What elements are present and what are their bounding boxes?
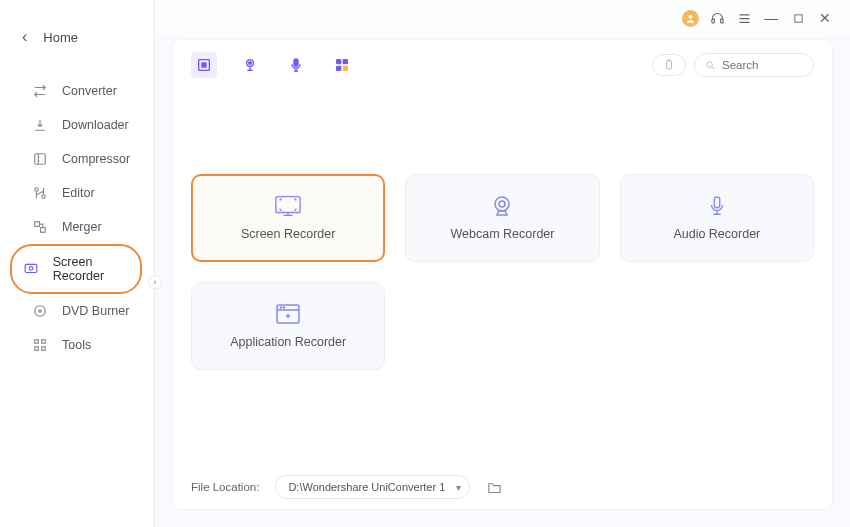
editor-icon xyxy=(32,185,48,201)
sidebar-item-dvd-burner[interactable]: DVD Burner xyxy=(10,294,144,328)
clipboard-button[interactable] xyxy=(652,54,686,76)
compress-icon xyxy=(32,151,48,167)
titlebar: — ✕ xyxy=(155,0,850,36)
sidebar-item-label: Merger xyxy=(62,220,102,234)
file-location-label: File Location: xyxy=(191,481,259,493)
svg-rect-22 xyxy=(336,59,341,64)
nav-list: Converter Downloader Compressor Editor M… xyxy=(0,74,154,362)
sidebar-item-label: Compressor xyxy=(62,152,130,166)
svg-point-33 xyxy=(281,307,282,308)
sidebar-item-label: Screen Recorder xyxy=(53,255,140,283)
svg-rect-25 xyxy=(343,66,348,71)
sidebar: ‹ Home Converter Downloader Compressor E… xyxy=(0,0,155,527)
tools-icon xyxy=(32,337,48,353)
home-label: Home xyxy=(43,30,78,45)
svg-rect-10 xyxy=(42,340,46,344)
recorder-label: Webcam Recorder xyxy=(451,227,555,241)
svg-rect-3 xyxy=(35,222,40,227)
footer: File Location: D:\Wondershare UniConvert… xyxy=(191,467,814,499)
svg-point-8 xyxy=(39,310,41,312)
mode-screen-icon[interactable] xyxy=(191,52,217,78)
close-button[interactable]: ✕ xyxy=(816,9,834,27)
svg-rect-21 xyxy=(294,59,298,66)
svg-rect-26 xyxy=(667,61,672,69)
sidebar-item-label: DVD Burner xyxy=(62,304,129,318)
topbar xyxy=(191,52,814,78)
sidebar-item-label: Converter xyxy=(62,84,117,98)
home-button[interactable]: ‹ Home xyxy=(0,28,154,62)
recorder-card-audio[interactable]: Audio Recorder xyxy=(620,174,814,262)
sidebar-item-downloader[interactable]: Downloader xyxy=(10,108,144,142)
sidebar-item-converter[interactable]: Converter xyxy=(10,74,144,108)
svg-point-27 xyxy=(707,61,713,67)
user-avatar-icon[interactable] xyxy=(682,10,699,27)
svg-point-2 xyxy=(42,195,46,199)
svg-rect-0 xyxy=(35,154,46,165)
file-location-value: D:\Wondershare UniConverter 1 xyxy=(288,481,445,493)
recorder-label: Audio Recorder xyxy=(673,227,760,241)
search-area xyxy=(652,53,814,77)
mode-icon-row xyxy=(191,52,355,78)
svg-point-7 xyxy=(35,306,46,317)
svg-point-1 xyxy=(35,188,39,192)
svg-point-29 xyxy=(495,197,509,211)
search-icon xyxy=(705,60,716,71)
svg-rect-11 xyxy=(35,347,39,351)
converter-icon xyxy=(32,83,48,99)
headset-icon[interactable] xyxy=(708,9,726,27)
webcam-icon xyxy=(488,195,516,217)
svg-point-20 xyxy=(249,62,252,65)
back-icon: ‹ xyxy=(22,28,27,46)
svg-point-6 xyxy=(30,267,34,271)
svg-rect-28 xyxy=(276,197,300,213)
sidebar-item-editor[interactable]: Editor xyxy=(10,176,144,210)
svg-point-34 xyxy=(284,307,285,308)
search-input[interactable] xyxy=(722,59,803,71)
microphone-icon xyxy=(703,195,731,217)
merger-icon xyxy=(32,219,48,235)
recorder-label: Application Recorder xyxy=(230,335,346,349)
screen-icon xyxy=(274,195,302,217)
mode-webcam-icon[interactable] xyxy=(237,52,263,78)
svg-rect-18 xyxy=(202,63,206,67)
file-location-dropdown[interactable]: D:\Wondershare UniConverter 1 xyxy=(275,475,470,499)
hamburger-menu-icon[interactable] xyxy=(735,9,753,27)
recorder-card-screen[interactable]: Screen Recorder xyxy=(191,174,385,262)
svg-rect-23 xyxy=(343,59,348,64)
svg-rect-24 xyxy=(336,66,341,71)
mode-apps-icon[interactable] xyxy=(329,52,355,78)
sidebar-item-compressor[interactable]: Compressor xyxy=(10,142,144,176)
recorder-label: Screen Recorder xyxy=(241,227,336,241)
svg-rect-12 xyxy=(42,347,46,351)
recorder-grid: Screen Recorder Webcam Recorder Audio Re… xyxy=(191,174,814,370)
svg-rect-5 xyxy=(26,264,38,272)
content-panel: Screen Recorder Webcam Recorder Audio Re… xyxy=(173,40,832,509)
search-box[interactable] xyxy=(694,53,814,77)
maximize-button[interactable] xyxy=(789,9,807,27)
sidebar-item-screen-recorder[interactable]: Screen Recorder xyxy=(10,244,142,294)
recorder-card-application[interactable]: Application Recorder xyxy=(191,282,385,370)
window-icon xyxy=(274,303,302,325)
svg-point-13 xyxy=(689,14,693,18)
minimize-button[interactable]: — xyxy=(762,9,780,27)
svg-rect-31 xyxy=(714,197,720,208)
screen-recorder-icon xyxy=(24,261,39,277)
svg-rect-15 xyxy=(720,19,723,23)
sidebar-item-tools[interactable]: Tools xyxy=(10,328,144,362)
sidebar-item-merger[interactable]: Merger xyxy=(10,210,144,244)
recorder-card-webcam[interactable]: Webcam Recorder xyxy=(405,174,599,262)
mode-audio-icon[interactable] xyxy=(283,52,309,78)
sidebar-collapse-button[interactable]: ‹ xyxy=(148,275,162,289)
main: — ✕ Screen Recorder xyxy=(155,0,850,527)
svg-rect-9 xyxy=(35,340,39,344)
dvd-icon xyxy=(32,303,48,319)
sidebar-item-label: Tools xyxy=(62,338,91,352)
sidebar-item-label: Downloader xyxy=(62,118,129,132)
svg-rect-16 xyxy=(794,14,801,21)
svg-rect-14 xyxy=(711,19,714,23)
svg-rect-4 xyxy=(41,228,46,233)
sidebar-item-label: Editor xyxy=(62,186,95,200)
svg-point-30 xyxy=(499,201,505,207)
download-icon xyxy=(32,117,48,133)
open-folder-button[interactable] xyxy=(486,480,502,494)
